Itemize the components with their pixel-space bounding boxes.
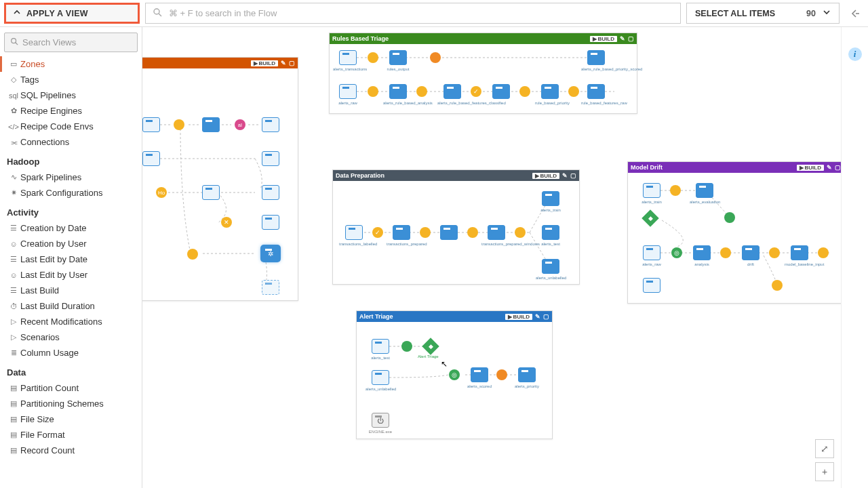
edit-icon[interactable]: ✎ xyxy=(281,60,286,66)
zoom-in-button[interactable]: + xyxy=(815,462,834,481)
expand-icon[interactable]: ▢ xyxy=(835,164,841,171)
expand-icon[interactable]: ▢ xyxy=(628,35,634,42)
sidebar-item[interactable]: sqlSQL Pipelines xyxy=(4,87,138,103)
dataset-node[interactable] xyxy=(202,117,220,132)
zoom-fit-button[interactable]: ⤢ xyxy=(815,439,834,458)
dataset-node[interactable] xyxy=(262,151,279,166)
recipe-node[interactable]: aI xyxy=(235,119,245,130)
dataset-node[interactable]: alerts_test xyxy=(542,225,559,240)
dataset-node[interactable] xyxy=(262,280,279,295)
dataset-node[interactable]: alerts_raw xyxy=(339,84,357,99)
dataset-node[interactable] xyxy=(142,151,160,166)
dataset-node[interactable]: transactions_prepared xyxy=(393,225,410,240)
recipe-node[interactable] xyxy=(769,247,780,258)
edit-icon[interactable]: ✎ xyxy=(535,313,540,320)
dataset-node[interactable] xyxy=(643,278,660,293)
sidebar-item[interactable]: ▤Partition Count xyxy=(4,380,138,396)
dataset-node[interactable]: alerts_scored xyxy=(471,367,488,382)
expand-icon[interactable]: ▢ xyxy=(289,60,295,66)
folder-node[interactable]: ⏻ ENGINE.exe xyxy=(372,413,389,428)
recipe-node[interactable] xyxy=(416,86,427,97)
sidebar-item[interactable]: ☰Last Edit by Date xyxy=(4,251,138,267)
sidebar-item[interactable]: ▤File Format xyxy=(4,427,138,443)
build-button[interactable]: ▶ BUILD xyxy=(532,173,559,179)
dataset-node[interactable]: alerts_rule_based_features_classified xyxy=(443,84,461,99)
dataset-node[interactable] xyxy=(262,215,279,230)
recipe-node[interactable] xyxy=(401,341,412,352)
dataset-node[interactable]: rules_output xyxy=(389,50,407,65)
model-node[interactable]: ◆ xyxy=(642,209,658,226)
build-button[interactable]: ▶ BUILD xyxy=(505,314,532,320)
sidebar-item[interactable]: ▤File Size xyxy=(4,411,138,427)
dataset-node[interactable]: drift xyxy=(742,245,760,260)
recipe-node[interactable]: ✓ xyxy=(372,227,383,238)
recipe-node[interactable] xyxy=(772,280,783,291)
sidebar-item[interactable]: ☰Creation by Date xyxy=(4,220,138,236)
sidebar-item[interactable]: ⏱Last Build Duration xyxy=(4,298,138,314)
recipe-node[interactable]: ✓ xyxy=(471,86,481,97)
build-button[interactable]: ▶ BUILD xyxy=(590,36,617,42)
dataset-node[interactable]: alerts_test xyxy=(372,339,389,354)
edit-icon[interactable]: ✎ xyxy=(620,35,625,42)
recipe-node[interactable] xyxy=(519,86,530,97)
sidebar-item[interactable]: ▤Record Count xyxy=(4,443,138,458)
recipe-node[interactable] xyxy=(496,369,507,380)
sidebar-item[interactable]: </>Recipe Code Envs xyxy=(4,119,138,134)
expand-icon[interactable]: ▢ xyxy=(543,313,549,320)
dataset-node[interactable]: rule_based_features_raw xyxy=(587,84,605,99)
sidebar-item[interactable]: ▷Scenarios xyxy=(4,329,138,345)
apply-view-toggle[interactable]: APPLY A VIEW xyxy=(4,3,140,24)
zone-alert-triage[interactable]: Alert Triage ▶ BUILD ✎ ▢ alerts_test ◆ A… xyxy=(356,310,553,439)
dataset-node[interactable]: ✲ xyxy=(262,246,279,261)
recipe-node[interactable] xyxy=(670,185,681,196)
sidebar-item[interactable]: ▷Recent Modifications xyxy=(4,314,138,329)
sidebar-item[interactable]: ▤Partitioning Schemes xyxy=(4,396,138,411)
sidebar-item[interactable]: ⫘Connections xyxy=(4,134,138,150)
dataset-node[interactable]: alerts_unlabelled xyxy=(542,259,559,274)
select-all-dropdown[interactable]: SELECT ALL ITEMS 90 xyxy=(686,3,840,24)
sidebar-item[interactable]: ∿Spark Pipelines xyxy=(4,169,138,185)
model-node[interactable]: ◆ xyxy=(422,338,439,354)
dataset-node[interactable]: alerts_train xyxy=(542,191,559,206)
sidebar-item[interactable]: ☺Last Edit by User xyxy=(4,267,138,283)
recipe-node[interactable] xyxy=(720,247,731,258)
zone-green[interactable]: Rules Based Triage ▶ BUILD ✎ ▢ alerts_tr… xyxy=(329,33,637,114)
build-button[interactable]: ▶ BUILD xyxy=(797,165,824,171)
recipe-node[interactable] xyxy=(174,119,184,130)
recipe-node[interactable] xyxy=(368,52,378,63)
dataset-node[interactable] xyxy=(440,225,458,240)
dataset-node[interactable] xyxy=(202,185,220,200)
dataset-node[interactable] xyxy=(262,117,279,132)
recipe-node[interactable] xyxy=(568,86,579,97)
recipe-node[interactable] xyxy=(368,86,378,97)
dataset-node[interactable]: rule_based_priority xyxy=(541,84,559,99)
dataset-node[interactable]: alerts_raw xyxy=(643,245,660,260)
zone-model-drift[interactable]: Model Drift ▶ BUILD ✎ ▢ alerts_train ale… xyxy=(627,161,841,304)
dataset-node[interactable]: transactions_prepared_windows xyxy=(488,225,505,240)
zone-orange[interactable]: ▶ BUILD ✎ ▢ aI xyxy=(142,57,298,301)
recipe-node[interactable]: ◎ xyxy=(449,369,460,380)
recipe-node[interactable]: Ho xyxy=(156,187,167,198)
expand-icon[interactable]: ▢ xyxy=(570,172,576,179)
recipe-node[interactable] xyxy=(818,247,829,258)
sidebar-item[interactable]: ☺Creation by User xyxy=(4,236,138,251)
dataset-node[interactable]: alerts_rule_based_analysis xyxy=(389,84,407,99)
sidebar-item[interactable]: ◇Tags xyxy=(4,72,138,87)
recipe-node[interactable] xyxy=(430,52,441,63)
dataset-node[interactable] xyxy=(492,84,510,99)
sidebar-item[interactable]: ▭Zones xyxy=(4,56,138,72)
dataset-node[interactable] xyxy=(142,117,160,132)
recipe-node[interactable] xyxy=(515,227,526,238)
build-button[interactable]: ▶ BUILD xyxy=(251,60,278,66)
views-search-input[interactable]: Search Views xyxy=(4,33,138,52)
recipe-node[interactable] xyxy=(724,212,735,223)
edit-icon[interactable]: ✎ xyxy=(562,172,568,179)
dataset-node[interactable]: alerts_transactions xyxy=(339,50,357,65)
flow-canvas[interactable]: ▶ BUILD ✎ ▢ aI xyxy=(142,27,841,488)
info-icon[interactable]: i xyxy=(848,47,862,61)
dataset-node[interactable] xyxy=(262,185,279,200)
sidebar-item[interactable]: ✿Recipe Engines xyxy=(4,103,138,119)
recipe-node[interactable] xyxy=(187,249,198,260)
sidebar-item[interactable]: ☰Last Build xyxy=(4,283,138,298)
dataset-node[interactable]: alerts_evaluation xyxy=(696,183,713,198)
